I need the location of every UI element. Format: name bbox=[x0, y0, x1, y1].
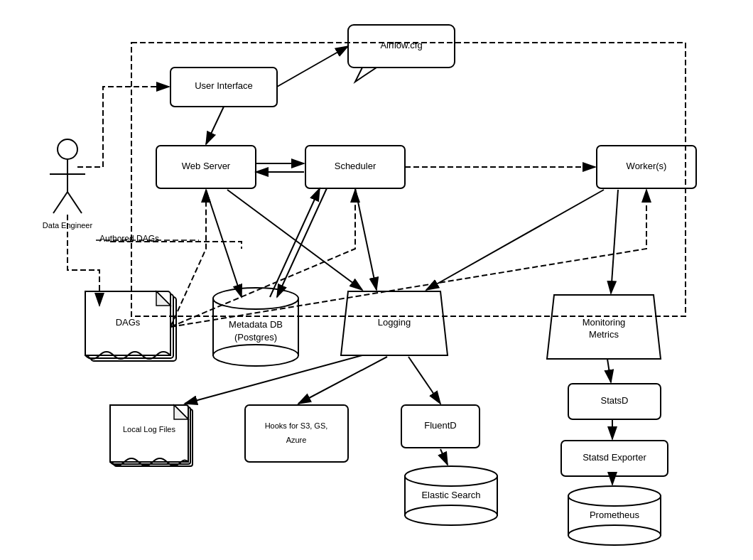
hooks-label1: Hooks for S3, GS, bbox=[265, 421, 328, 430]
elastic-search-label: Elastic Search bbox=[421, 490, 480, 500]
fluentd-label: FluentD bbox=[424, 420, 457, 431]
metadata-to-scheduler-arrow bbox=[270, 188, 320, 297]
logging-to-hooks-arrow bbox=[298, 357, 387, 404]
data-engineer-left-leg bbox=[53, 192, 67, 213]
webserver-to-metadata-arrow bbox=[206, 190, 242, 297]
user-interface-label: User Interface bbox=[195, 80, 253, 91]
worker-to-logging-arrow bbox=[426, 190, 604, 290]
prometheus-bottom bbox=[568, 525, 661, 545]
engineer-to-ui-arrow bbox=[77, 87, 169, 167]
monitoring-metrics-label1: Monitoring bbox=[583, 317, 626, 328]
metadata-db-label2: (Postgres) bbox=[234, 332, 277, 343]
webserver-to-logging-arrow bbox=[227, 190, 362, 290]
ui-to-webserver-arrow bbox=[206, 107, 224, 144]
data-engineer-head bbox=[58, 139, 77, 159]
dags-label: DAGs bbox=[116, 317, 141, 328]
elastic-search-bottom bbox=[405, 505, 497, 525]
prometheus-top bbox=[568, 486, 661, 506]
statsd-exporter-label: Statsd Exporter bbox=[583, 452, 646, 463]
scheduler-to-logging-arrow bbox=[355, 188, 376, 290]
elastic-search-top bbox=[405, 466, 497, 486]
logging-to-fluentd-arrow bbox=[408, 357, 440, 404]
metadata-db-top bbox=[213, 288, 298, 309]
airflow-cfg-tail bbox=[355, 68, 376, 82]
fluentd-to-elastic-arrow bbox=[440, 449, 448, 465]
prometheus-label: Prometheus bbox=[590, 510, 640, 520]
metadata-db-bottom bbox=[213, 345, 298, 366]
monitoring-to-statsd-arrow bbox=[607, 359, 611, 382]
web-server-label: Web Server bbox=[182, 161, 231, 171]
scheduler-to-metadata-arrow bbox=[277, 188, 327, 297]
scheduler-label: Scheduler bbox=[335, 161, 376, 171]
logging-label: Logging bbox=[378, 317, 411, 328]
metadata-db-label1: Metadata DB bbox=[229, 319, 283, 330]
airflow-cfg-label: Airflow.cfg bbox=[380, 40, 422, 50]
local-log-files-label1: Local Log Files bbox=[123, 425, 175, 434]
data-engineer-right-leg bbox=[67, 192, 82, 213]
statsd-label: StatsD bbox=[600, 395, 628, 406]
ui-to-cfg-arrow bbox=[277, 46, 348, 87]
hooks-label2: Azure bbox=[286, 436, 307, 444]
workers-label: Worker(s) bbox=[627, 161, 667, 171]
hooks-box bbox=[245, 405, 348, 462]
worker-to-monitoring-arrow bbox=[611, 190, 618, 294]
monitoring-metrics-label2: Metrics bbox=[589, 329, 619, 340]
